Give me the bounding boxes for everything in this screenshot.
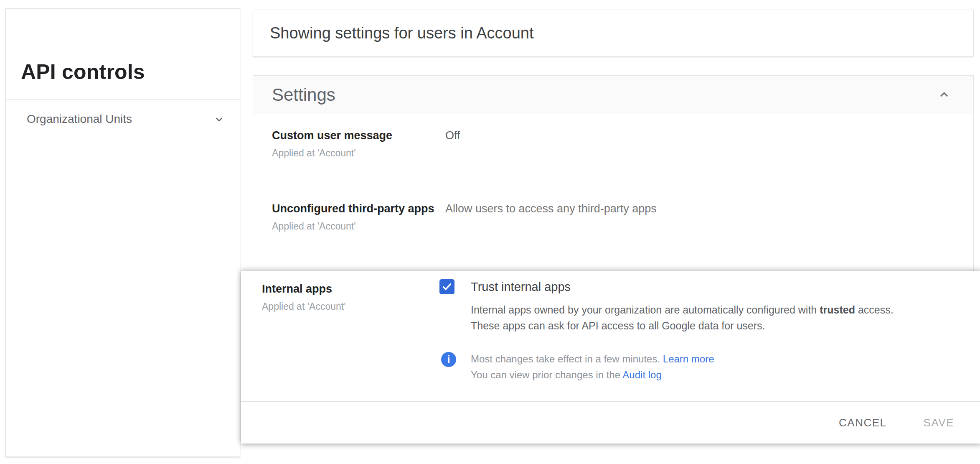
cancel-button[interactable]: CANCEL	[831, 410, 894, 435]
settings-body: Custom user message Applied at 'Account'…	[253, 114, 973, 232]
setting-label-column: Internal apps Applied at 'Account'	[262, 283, 346, 312]
setting-label: Unconfigured third-party apps	[272, 202, 445, 215]
internal-apps-label: Internal apps	[262, 283, 346, 296]
scope-banner-text: Showing settings for users in Account	[270, 24, 534, 42]
setting-value: Allow users to access any third-party ap…	[445, 202, 657, 215]
setting-label-column: Custom user message Applied at 'Account'	[272, 129, 445, 159]
page-title: API controls	[21, 60, 145, 84]
trust-internal-apps-title[interactable]: Trust internal apps	[471, 280, 571, 294]
sidebar-item-organizational-units[interactable]: Organizational Units	[6, 100, 240, 138]
settings-card: Settings Custom user message Applied at …	[253, 75, 974, 271]
settings-section-title: Settings	[272, 85, 937, 105]
audit-log-link[interactable]: Audit log	[622, 369, 661, 380]
trust-internal-apps-checkbox[interactable]	[439, 279, 454, 294]
setting-applied-at: Applied at 'Account'	[272, 148, 445, 159]
setting-value: Off	[445, 129, 460, 142]
trust-internal-apps-description: Internal apps owned by your organization…	[471, 302, 924, 334]
chevron-down-icon	[213, 114, 225, 125]
info-line-2: You can view prior changes in the Audit …	[471, 367, 714, 383]
setting-label: Custom user message	[272, 129, 445, 142]
api-controls-page: API controls Organizational Units Showin…	[0, 0, 980, 464]
info-note: Most changes take effect in a few minute…	[471, 351, 714, 383]
organizational-units-label: Organizational Units	[27, 112, 213, 126]
info-line-2-text: You can view prior changes in the	[471, 369, 622, 380]
info-line-1-text: Most changes take effect in a few minute…	[471, 353, 663, 365]
setting-applied-at: Applied at 'Account'	[272, 221, 445, 232]
setting-row-unconfigured-third-party-apps[interactable]: Unconfigured third-party apps Applied at…	[272, 202, 973, 232]
chevron-up-icon[interactable]	[937, 88, 951, 102]
save-button[interactable]: SAVE	[916, 410, 962, 435]
description-text: Internal apps owned by your organization…	[471, 304, 820, 316]
scope-banner: Showing settings for users in Account	[253, 10, 974, 56]
check-icon	[441, 281, 453, 293]
dialog-footer: CANCEL SAVE	[241, 401, 980, 444]
info-line-1: Most changes take effect in a few minute…	[471, 351, 714, 367]
sidebar: API controls Organizational Units	[5, 8, 240, 457]
learn-more-link[interactable]: Learn more	[663, 353, 714, 365]
info-icon: i	[441, 352, 456, 367]
internal-apps-edit-panel: Internal apps Applied at 'Account' Trust…	[241, 271, 980, 444]
settings-section-header[interactable]: Settings	[253, 76, 973, 114]
setting-row-custom-user-message[interactable]: Custom user message Applied at 'Account'…	[272, 129, 973, 159]
setting-applied-at: Applied at 'Account'	[262, 301, 346, 312]
setting-label-column: Unconfigured third-party apps Applied at…	[272, 202, 445, 232]
description-bold-text: trusted	[820, 304, 855, 316]
